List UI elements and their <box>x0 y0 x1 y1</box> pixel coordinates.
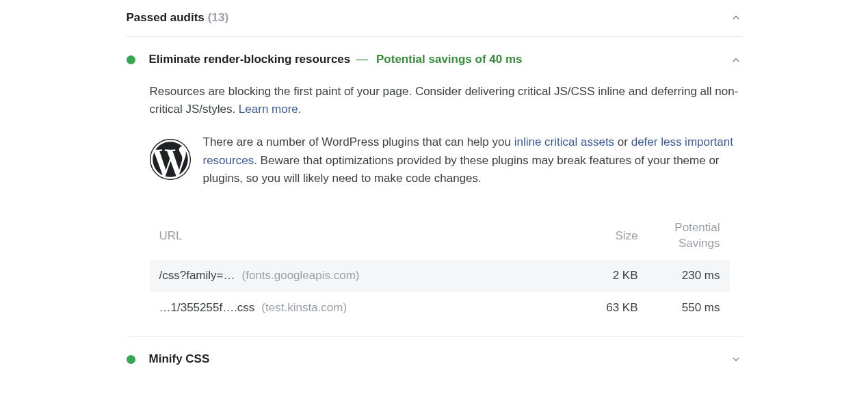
col-savings: Potential Savings <box>638 219 720 253</box>
audit-savings: Potential savings of 40 ms <box>376 53 523 66</box>
resource-path: …1/355255f….css <box>159 299 255 317</box>
resource-size: 63 KB <box>577 299 638 317</box>
wordpress-icon <box>150 139 191 180</box>
audit-title: Minify CSS <box>149 350 210 368</box>
resource-size: 2 KB <box>577 267 638 285</box>
passed-audits-title: Passed audits <box>127 9 205 27</box>
chevron-down-icon <box>730 353 742 365</box>
wordpress-tip: There are a number of WordPress plugins … <box>150 133 742 205</box>
inline-critical-assets-link[interactable]: inline critical assets <box>514 135 614 148</box>
resource-savings: 230 ms <box>638 267 720 285</box>
chevron-up-icon <box>730 54 742 66</box>
audit-header[interactable]: Minify CSS <box>127 337 742 375</box>
audit-title: Eliminate render-blocking resources <box>149 51 351 68</box>
audit-body: Resources are blocking the first paint o… <box>127 83 742 336</box>
table-header: URL Size Potential Savings <box>150 212 730 260</box>
resource-path: /css?family=… <box>159 267 235 285</box>
audit-eliminate-render-blocking: Eliminate render-blocking resources —Pot… <box>127 37 742 337</box>
audit-header[interactable]: Eliminate render-blocking resources —Pot… <box>127 37 742 82</box>
resource-origin: (fonts.googleapis.com) <box>242 267 360 285</box>
audit-minify-css: Minify CSS <box>127 337 742 375</box>
table-row: /css?family=… (fonts.googleapis.com) 2 K… <box>150 260 730 291</box>
learn-more-link[interactable]: Learn more <box>239 103 298 116</box>
passed-audits-header[interactable]: Passed audits (13) <box>127 4 742 37</box>
passed-audits-count: (13) <box>208 9 228 27</box>
wordpress-tip-text: There are a number of WordPress plugins … <box>203 133 742 187</box>
col-url: URL <box>159 227 577 245</box>
resources-table: URL Size Potential Savings /css?family=…… <box>150 212 742 324</box>
resource-savings: 550 ms <box>638 299 720 317</box>
chevron-up-icon <box>730 12 742 24</box>
audit-description: Resources are blocking the first paint o… <box>150 83 742 119</box>
table-row: …1/355255f….css (test.kinsta.com) 63 KB … <box>150 292 730 324</box>
status-dot-pass-icon <box>127 355 135 364</box>
col-size: Size <box>577 227 638 245</box>
status-dot-pass-icon <box>127 55 135 64</box>
dash-separator: — <box>353 53 368 66</box>
resource-origin: (test.kinsta.com) <box>261 299 347 317</box>
